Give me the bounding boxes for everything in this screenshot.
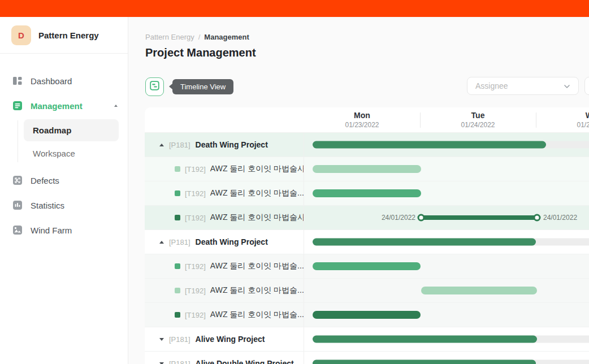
sidebar-item-wind-farm[interactable]: Wind Farm [0, 218, 128, 242]
task-bar[interactable] [313, 262, 421, 270]
item-code: [P181] [169, 238, 190, 246]
row-label-cell: [P181]Alive Double Wing Project [145, 352, 304, 364]
row-timeline-cell [304, 181, 589, 205]
task-row[interactable]: [T192]AWZ 둘리 호이잇 마법술사A [145, 157, 589, 181]
collapse-caret-icon [114, 105, 118, 107]
sidebar-item-defects[interactable]: Defects [0, 168, 128, 193]
item-name: AWZ 둘리 호이잇 마법술사 [210, 164, 304, 174]
row-timeline-cell [304, 157, 589, 181]
project-progress-bar[interactable] [313, 336, 537, 343]
column-date-label: 01/24/2022 [461, 121, 495, 129]
gantt-column-wed: Wed 01/25/2022 [536, 107, 589, 132]
task-color-swatch-icon [175, 312, 180, 318]
timeline-view-icon [150, 81, 159, 93]
row-label-cell: [P181]Alive Wing Project [145, 327, 304, 351]
project-row[interactable]: [P181]Alive Double Wing Project [145, 352, 589, 364]
sidebar-item-roadmap[interactable]: Roadmap [24, 119, 119, 141]
project-row[interactable]: [P181]Death Wing Project [145, 133, 589, 157]
task-bar[interactable] [421, 287, 537, 294]
task-range-bar[interactable] [421, 215, 537, 220]
project-progress-bar[interactable] [313, 141, 546, 149]
sidebar-item-workspace[interactable]: Workspace [24, 142, 119, 164]
assignee-filter-select[interactable]: Assignee [467, 77, 579, 95]
workspace-avatar: D [11, 25, 31, 45]
expand-caret-icon[interactable] [159, 241, 164, 244]
dashboard-icon [12, 76, 23, 86]
column-date-label: 01/23/2022 [345, 121, 379, 129]
sidebar-item-label: Dashboard [31, 76, 72, 86]
main-content: Pattern Energy/Management Project Manage… [128, 17, 589, 364]
project-row[interactable]: [P181]Alive Wing Project [145, 327, 589, 352]
secondary-filter-select[interactable] [584, 77, 589, 95]
item-code: [P181] [169, 335, 190, 344]
task-row[interactable]: [T192]AWZ 둘리 호이잇 마법술...A [145, 181, 589, 206]
row-timeline-cell [304, 279, 589, 302]
column-date-label: 01/25/2022 [577, 121, 589, 129]
task-bar[interactable] [313, 311, 421, 319]
item-name: Death Wing Project [196, 237, 268, 246]
task-color-swatch-icon [175, 166, 180, 172]
app-window: D Pattern Energy Dashboard [0, 0, 589, 364]
breadcrumb-current: Management [204, 33, 249, 41]
chevron-down-icon [564, 81, 570, 91]
bar-end-date-label: 24/01/2022 [543, 214, 577, 222]
task-row[interactable]: [T192]AWZ 둘리 호이잇 마법술...A [145, 279, 589, 303]
top-accent-bar [0, 0, 589, 17]
item-name: AWZ 둘리 호이잇 마법술... [210, 285, 304, 296]
submenu-guide-line [18, 120, 18, 162]
expand-caret-icon[interactable] [159, 144, 164, 146]
item-code: [T192] [185, 287, 206, 295]
workspace-logo[interactable]: D Pattern Energy [0, 17, 128, 53]
row-timeline-cell [304, 133, 589, 157]
item-name: Death Wing Project [196, 140, 268, 149]
sidebar-item-label: Defects [31, 176, 59, 185]
task-row[interactable]: [T192]AWZ 둘리 호이잇 마법술사A24/01/202224/01/20… [145, 206, 589, 230]
item-name: AWZ 둘리 호이잇 마법술사 [210, 213, 304, 223]
sidebar-item-statistics[interactable]: Statistics [0, 193, 128, 218]
assignee-placeholder: Assignee [475, 81, 564, 90]
row-timeline-cell: 24/01/202224/01/2022 [304, 206, 589, 229]
range-end-handle[interactable] [534, 214, 541, 222]
gantt-header-spacer [145, 107, 304, 132]
gantt-body: [P181]Death Wing Project[T192]AWZ 둘리 호이잇… [145, 133, 589, 364]
sidebar-item-management[interactable]: Management [0, 93, 128, 118]
gantt-column-mon: Mon 01/23/2022 [304, 107, 420, 132]
task-bar[interactable] [313, 165, 421, 173]
task-bar[interactable] [313, 189, 421, 197]
item-code: [T192] [185, 311, 206, 319]
row-label-cell: [P181]Death Wing Project [145, 230, 304, 254]
expand-caret-icon[interactable] [159, 362, 164, 364]
range-start-handle[interactable] [418, 214, 425, 222]
row-label-cell: [T192]AWZ 둘리 호이잇 마법술...A [145, 254, 304, 278]
statistics-icon [12, 200, 23, 210]
sidebar-item-dashboard[interactable]: Dashboard [0, 68, 128, 93]
item-code: [P181] [169, 141, 190, 149]
row-label-cell: [T192]AWZ 둘리 호이잇 마법술...A [145, 279, 304, 302]
project-progress-bar[interactable] [313, 360, 536, 364]
project-row[interactable]: [P181]Death Wing Project [145, 230, 589, 254]
row-timeline-cell [304, 230, 589, 254]
task-row[interactable]: [T192]AWZ 둘리 호이잇 마법술...A [145, 254, 589, 279]
item-name: AWZ 둘리 호이잇 마법술... [210, 310, 304, 320]
sidebar-item-label: Management [31, 101, 83, 111]
timeline-view-button[interactable] [145, 77, 164, 96]
project-progress-bar[interactable] [313, 239, 536, 246]
breadcrumb-separator: / [198, 33, 201, 41]
breadcrumb: Pattern Energy/Management [145, 33, 249, 41]
column-day-label: Wed [586, 111, 589, 120]
row-timeline-cell [304, 254, 589, 278]
item-name: AWZ 둘리 호이잇 마법술... [210, 188, 304, 198]
item-code: [T192] [185, 262, 206, 271]
expand-caret-icon[interactable] [159, 338, 164, 341]
gantt-header-row: Mon 01/23/2022 Tue 01/24/2022 Wed 01/25/… [145, 107, 589, 133]
breadcrumb-root[interactable]: Pattern Energy [145, 33, 194, 41]
sidebar-item-label: Statistics [31, 201, 64, 210]
task-row[interactable]: [T192]AWZ 둘리 호이잇 마법술...A [145, 303, 589, 327]
sidebar-nav: Dashboard Management Roadmap [0, 54, 128, 242]
gantt-column-tue: Tue 01/24/2022 [420, 107, 536, 132]
item-code: [T192] [185, 214, 206, 222]
management-icon [12, 101, 23, 111]
timeline-view-tooltip: Timeline View [172, 79, 233, 94]
gantt-table: Mon 01/23/2022 Tue 01/24/2022 Wed 01/25/… [145, 107, 589, 364]
column-day-label: Mon [354, 111, 370, 120]
